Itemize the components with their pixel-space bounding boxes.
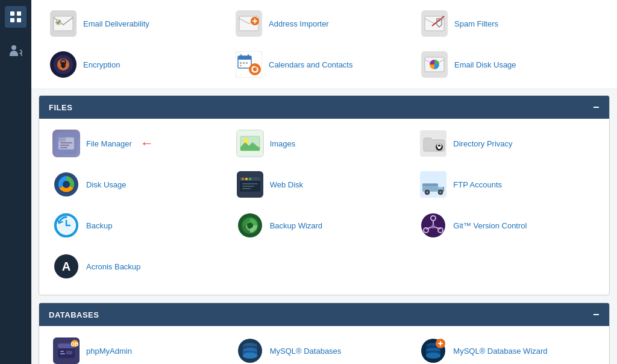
- svg-text:A: A: [62, 260, 70, 273]
- address-importer-item[interactable]: Address Importer: [231, 5, 417, 42]
- svg-rect-23: [248, 54, 249, 57]
- address-importer-label: Address Importer: [269, 19, 329, 28]
- files-section-title: FILES: [49, 103, 72, 112]
- svg-rect-87: [60, 353, 65, 354]
- disk-usage-icon: [52, 171, 80, 198]
- images-label: Images: [270, 139, 296, 148]
- acronis-backup-icon: A: [52, 253, 80, 280]
- web-disk-item[interactable]: Web Disk: [233, 166, 416, 203]
- svg-rect-0: [10, 11, 14, 16]
- email-section: Email Deliverability Address Importer: [31, 0, 617, 88]
- svg-rect-21: [238, 56, 251, 60]
- encryption-icon: [49, 51, 77, 78]
- sidebar-users-button[interactable]: [5, 40, 27, 61]
- backup-item[interactable]: Backup: [49, 207, 233, 244]
- calendars-contacts-item[interactable]: Calendars and Contacts: [231, 46, 417, 83]
- directory-privacy-icon: [419, 130, 447, 157]
- svg-point-4: [11, 45, 16, 50]
- mysql-databases-icon: [236, 337, 264, 364]
- email-disk-usage-icon: [421, 51, 448, 78]
- files-section-body: File Manager ← Images: [39, 119, 609, 295]
- files-collapse-button[interactable]: −: [593, 102, 600, 113]
- calendars-contacts-icon: [235, 51, 263, 78]
- spam-filters-icon: [421, 10, 448, 37]
- email-disk-usage-item[interactable]: Email Disk Usage: [417, 46, 603, 83]
- ftp-accounts-item[interactable]: FTP Accounts: [416, 166, 600, 203]
- backup-wizard-label: Backup Wizard: [270, 221, 322, 230]
- directory-privacy-item[interactable]: Directory Privacy: [416, 125, 600, 162]
- mysql-database-wizard-icon: [419, 337, 447, 364]
- red-arrow-annotation: ←: [140, 136, 154, 151]
- users-icon: [8, 43, 23, 58]
- file-manager-item[interactable]: File Manager ←: [49, 125, 233, 162]
- files-items-grid: File Manager ← Images: [49, 125, 600, 285]
- backup-wizard-item[interactable]: Backup Wizard: [233, 207, 416, 244]
- databases-section-body: DB phpMyAdmin: [39, 326, 609, 364]
- files-section: FILES − Fi: [39, 95, 610, 295]
- svg-rect-86: [60, 351, 64, 352]
- svg-point-55: [249, 178, 251, 180]
- encryption-item[interactable]: Encryption: [46, 46, 231, 83]
- svg-point-80: [431, 225, 435, 228]
- acronis-backup-item[interactable]: A Acronis Backup: [49, 248, 233, 285]
- ftp-accounts-icon: [419, 171, 447, 198]
- email-deliverability-item[interactable]: Email Deliverability: [46, 5, 231, 42]
- file-manager-icon: [52, 130, 80, 157]
- databases-section: DATABASES − DB: [39, 303, 610, 364]
- backup-wizard-icon: [236, 212, 264, 239]
- mysql-database-wizard-item[interactable]: MySQL® Database Wizard: [416, 332, 600, 364]
- spam-filters-label: Spam Filters: [454, 19, 498, 28]
- svg-rect-1: [17, 11, 21, 16]
- svg-point-63: [426, 191, 428, 193]
- ftp-accounts-label: FTP Accounts: [453, 180, 502, 189]
- svg-point-53: [242, 178, 244, 180]
- mysql-databases-item[interactable]: MySQL® Databases: [233, 332, 416, 364]
- svg-rect-58: [242, 188, 251, 189]
- phpmyadmin-item[interactable]: DB phpMyAdmin: [49, 332, 233, 364]
- databases-items-grid: DB phpMyAdmin: [49, 332, 600, 364]
- phpmyadmin-label: phpMyAdmin: [86, 347, 132, 356]
- file-manager-label: File Manager: [86, 139, 132, 148]
- git-version-control-icon: [419, 212, 447, 239]
- svg-rect-25: [243, 62, 245, 64]
- sidebar-grid-button[interactable]: [5, 6, 27, 28]
- svg-rect-18: [62, 65, 64, 68]
- svg-point-28: [249, 63, 261, 75]
- acronis-backup-label: Acronis Backup: [86, 262, 140, 271]
- directory-privacy-label: Directory Privacy: [453, 139, 512, 148]
- backup-label: Backup: [86, 221, 112, 230]
- email-items-grid: Email Deliverability Address Importer: [46, 5, 603, 83]
- spam-filters-item[interactable]: Spam Filters: [417, 5, 603, 42]
- databases-collapse-button[interactable]: −: [593, 309, 600, 320]
- images-icon: [236, 130, 264, 157]
- disk-usage-item[interactable]: Disk Usage: [49, 166, 233, 203]
- sidebar: [0, 0, 31, 364]
- svg-rect-46: [438, 146, 440, 149]
- phpmyadmin-icon: DB: [52, 337, 80, 364]
- calendars-contacts-label: Calendars and Contacts: [269, 60, 352, 69]
- svg-rect-26: [246, 62, 248, 64]
- mysql-databases-label: MySQL® Databases: [270, 347, 342, 356]
- grid-icon: [8, 10, 23, 24]
- svg-rect-2: [10, 18, 14, 22]
- svg-point-41: [243, 139, 248, 143]
- svg-rect-36: [60, 142, 72, 143]
- svg-rect-3: [17, 18, 21, 22]
- web-disk-label: Web Disk: [270, 180, 303, 189]
- email-deliverability-label: Email Deliverability: [83, 19, 149, 28]
- svg-rect-57: [242, 186, 254, 187]
- svg-rect-27: [240, 65, 242, 66]
- git-version-control-label: Git™ Version Control: [453, 221, 527, 230]
- svg-rect-56: [242, 183, 258, 184]
- svg-text:DB: DB: [71, 341, 79, 347]
- svg-rect-38: [60, 147, 67, 148]
- backup-icon: [52, 212, 80, 239]
- databases-section-title: DATABASES: [49, 310, 99, 319]
- web-disk-icon: [236, 171, 264, 198]
- disk-usage-label: Disk Usage: [86, 180, 126, 189]
- images-item[interactable]: Images: [233, 125, 416, 162]
- svg-point-98: [426, 353, 440, 359]
- svg-point-65: [439, 191, 442, 193]
- svg-rect-37: [60, 145, 69, 146]
- git-version-control-item[interactable]: Git™ Version Control: [416, 207, 600, 244]
